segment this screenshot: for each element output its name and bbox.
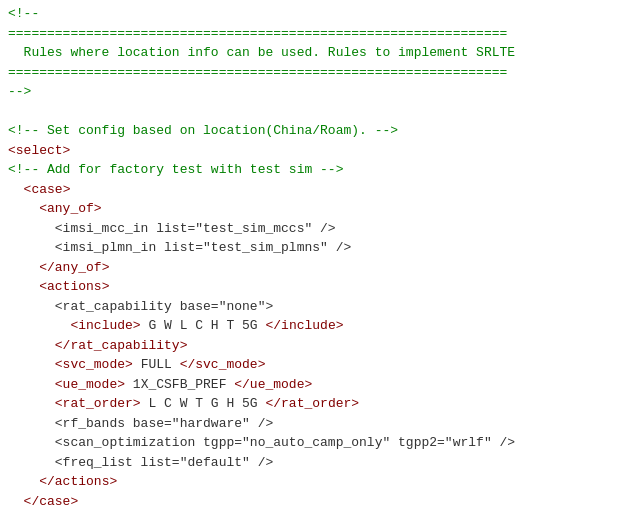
code-line: Rules where location info can be used. R… [8, 43, 623, 63]
code-line: </case> [8, 492, 623, 512]
code-line: <rf_bands base="hardware" /> [8, 414, 623, 434]
code-line: <rat_capability base="none"> [8, 297, 623, 317]
code-line: <case> [8, 180, 623, 200]
code-lines: <!--====================================… [8, 4, 623, 517]
code-line: </any_of> [8, 258, 623, 278]
code-line: <!-- Set config based on location(China/… [8, 121, 623, 141]
code-line: <ue_mode> 1X_CSFB_PREF </ue_mode> [8, 375, 623, 395]
code-line: <include> G W L C H T 5G </include> [8, 316, 623, 336]
code-line: --> [8, 82, 623, 102]
code-line: <any_of> [8, 199, 623, 219]
code-line [8, 102, 623, 122]
code-line: <svc_mode> FULL </svc_mode> [8, 355, 623, 375]
code-line [8, 511, 623, 517]
code-line: <imsi_plmn_in list="test_sim_plmns" /> [8, 238, 623, 258]
code-line: ========================================… [8, 63, 623, 83]
code-line: <freq_list list="default" /> [8, 453, 623, 473]
code-line: ========================================… [8, 24, 623, 44]
code-line: </rat_capability> [8, 336, 623, 356]
code-line: <actions> [8, 277, 623, 297]
code-line: <!-- Add for factory test with test sim … [8, 160, 623, 180]
code-line: <select> [8, 141, 623, 161]
code-line: <!-- [8, 4, 623, 24]
code-editor: <!--====================================… [0, 0, 631, 517]
code-line: <scan_optimization tgpp="no_auto_camp_on… [8, 433, 623, 453]
code-line: <rat_order> L C W T G H 5G </rat_order> [8, 394, 623, 414]
code-line: </actions> [8, 472, 623, 492]
code-line: <imsi_mcc_in list="test_sim_mccs" /> [8, 219, 623, 239]
